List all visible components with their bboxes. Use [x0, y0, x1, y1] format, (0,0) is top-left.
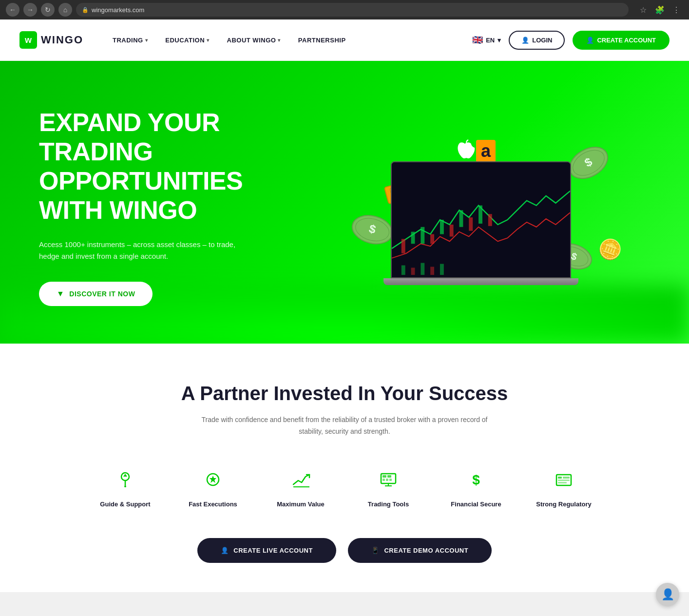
- back-button[interactable]: ←: [6, 3, 19, 17]
- nav-item-about[interactable]: ABOUT WINGO ▾: [227, 37, 281, 44]
- svg-rect-44: [563, 477, 570, 479]
- svg-rect-25: [421, 263, 424, 275]
- nav-item-trading[interactable]: TRADING ▾: [113, 37, 148, 44]
- svg-rect-38: [389, 479, 392, 481]
- svg-rect-45: [558, 480, 570, 481]
- language-selector[interactable]: 🇬🇧 EN ▾: [472, 35, 501, 45]
- nav-links: TRADING ▾ EDUCATION ▾ ABOUT WINGO ▾ PART…: [113, 37, 472, 44]
- arrow-down-icon: ▼: [57, 289, 64, 298]
- feature-label-financial: Financial Secure: [451, 500, 501, 509]
- fast-executions-icon: [200, 467, 226, 492]
- reload-button[interactable]: ↻: [41, 3, 55, 17]
- svg-rect-13: [402, 239, 405, 253]
- nav-link-partnership[interactable]: PARTNERSHIP: [298, 37, 346, 44]
- apple-logo-float: [457, 139, 476, 162]
- svg-rect-36: [383, 479, 385, 481]
- url-text: wingomarkets.com: [92, 6, 144, 14]
- laptop-screen-body: [391, 161, 571, 278]
- nav-link-trading[interactable]: TRADING ▾: [113, 37, 148, 44]
- svg-rect-24: [411, 268, 415, 275]
- hero-image: $ $ $: [312, 129, 650, 285]
- create-live-account-button[interactable]: 👤 CREATE LIVE ACCOUNT: [197, 538, 336, 563]
- feature-guide-support: Guide & Support: [96, 467, 154, 509]
- hero-section: EXPAND YOUR TRADING OPPORTUNITIES WITH W…: [0, 61, 689, 344]
- svg-rect-21: [478, 206, 482, 224]
- svg-rect-17: [440, 220, 444, 234]
- hero-title: EXPAND YOUR TRADING OPPORTUNITIES WITH W…: [39, 108, 312, 225]
- create-account-label: CREATE ACCOUNT: [597, 37, 656, 44]
- nav-item-partnership[interactable]: PARTNERSHIP: [298, 37, 346, 44]
- live-account-user-icon: 👤: [221, 547, 229, 554]
- svg-rect-37: [386, 479, 388, 481]
- features-grid: Guide & Support Fast Executions: [19, 467, 670, 509]
- login-button[interactable]: 👤 LOGIN: [509, 31, 565, 50]
- flag-icon: 🇬🇧: [472, 35, 483, 45]
- maximum-value-icon: [288, 467, 313, 492]
- extensions-icon[interactable]: 🧩: [653, 3, 667, 17]
- laptop-screen: [392, 162, 570, 277]
- nav-label-trading: TRADING: [113, 37, 143, 44]
- nav-item-education[interactable]: EDUCATION ▾: [165, 37, 209, 44]
- logo[interactable]: w WINGO: [19, 31, 83, 49]
- svg-rect-15: [421, 227, 424, 244]
- create-demo-label: CREATE DEMO ACCOUNT: [384, 547, 468, 554]
- laptop-base: [383, 278, 578, 285]
- svg-rect-22: [488, 214, 492, 226]
- chevron-down-icon: ▾: [278, 38, 281, 43]
- feature-label-regulatory: Strong Regulatory: [536, 500, 591, 509]
- feature-label-value: Maximum Value: [277, 500, 325, 509]
- logo-text: WINGO: [41, 34, 83, 46]
- feature-financial-secure: $ Financial Secure: [447, 467, 505, 509]
- partner-subtitle: Trade with confidence and benefit from t…: [198, 414, 491, 438]
- gold-nugget-float: 🪙: [594, 234, 625, 264]
- svg-rect-34: [383, 475, 386, 478]
- nav-right: 🇬🇧 EN ▾ 👤 LOGIN 👤 CREATE ACCOUNT: [472, 31, 670, 50]
- nav-link-about[interactable]: ABOUT WINGO ▾: [227, 37, 281, 44]
- browser-chrome: ← → ↻ ⌂ 🔒 wingomarkets.com ☆ 🧩 ⋮: [0, 0, 689, 19]
- amazon-logo-float: a: [476, 140, 496, 162]
- financial-secure-icon: $: [463, 467, 489, 492]
- svg-rect-19: [459, 210, 463, 227]
- strong-regulatory-icon: [551, 467, 576, 492]
- login-label: LOGIN: [532, 37, 552, 44]
- nav-label-about: ABOUT WINGO: [227, 37, 276, 44]
- svg-rect-14: [411, 232, 415, 244]
- svg-rect-23: [402, 265, 405, 275]
- partner-section: A Partner Invested In Your Success Trade…: [0, 344, 689, 592]
- svg-text:$: $: [472, 472, 480, 487]
- feature-strong-regulatory: Strong Regulatory: [535, 467, 593, 509]
- chat-icon: 👤: [661, 588, 674, 592]
- svg-rect-16: [430, 234, 434, 244]
- svg-rect-35: [387, 475, 391, 478]
- menu-icon[interactable]: ⋮: [670, 3, 683, 17]
- nav-link-education[interactable]: EDUCATION ▾: [165, 37, 209, 44]
- trading-tools-icon: [376, 467, 401, 492]
- nav-label-partnership: PARTNERSHIP: [298, 37, 346, 44]
- feature-label-tools: Trading Tools: [368, 500, 409, 509]
- address-bar[interactable]: 🔒 wingomarkets.com: [76, 3, 629, 17]
- navbar: w WINGO TRADING ▾ EDUCATION ▾ ABOUT WING…: [0, 19, 689, 61]
- feature-label-executions: Fast Executions: [189, 500, 237, 509]
- feature-label-guide: Guide & Support: [100, 500, 150, 509]
- svg-rect-18: [450, 225, 454, 237]
- home-button[interactable]: ⌂: [58, 3, 72, 17]
- logo-icon: w: [19, 31, 37, 49]
- laptop-illustration: $ $ $: [379, 129, 583, 285]
- svg-rect-43: [558, 477, 562, 479]
- feature-fast-executions: Fast Executions: [184, 467, 242, 509]
- create-account-button[interactable]: 👤 CREATE ACCOUNT: [573, 31, 670, 50]
- discover-label: DISCOVER IT NOW: [69, 290, 135, 298]
- chevron-down-icon: ▾: [207, 38, 210, 43]
- lang-chevron-icon: ▾: [498, 37, 501, 44]
- bookmark-icon[interactable]: ☆: [636, 3, 650, 17]
- forward-button[interactable]: →: [23, 3, 37, 17]
- create-user-icon: 👤: [586, 37, 594, 44]
- browser-actions: ☆ 🧩 ⋮: [636, 3, 683, 17]
- nav-label-education: EDUCATION: [165, 37, 205, 44]
- create-demo-account-button[interactable]: 📱 CREATE DEMO ACCOUNT: [348, 538, 492, 563]
- create-live-label: CREATE LIVE ACCOUNT: [233, 547, 313, 554]
- feature-trading-tools: Trading Tools: [359, 467, 418, 509]
- svg-point-30: [124, 485, 126, 487]
- svg-rect-27: [440, 264, 444, 275]
- discover-button[interactable]: ▼ DISCOVER IT NOW: [39, 282, 153, 306]
